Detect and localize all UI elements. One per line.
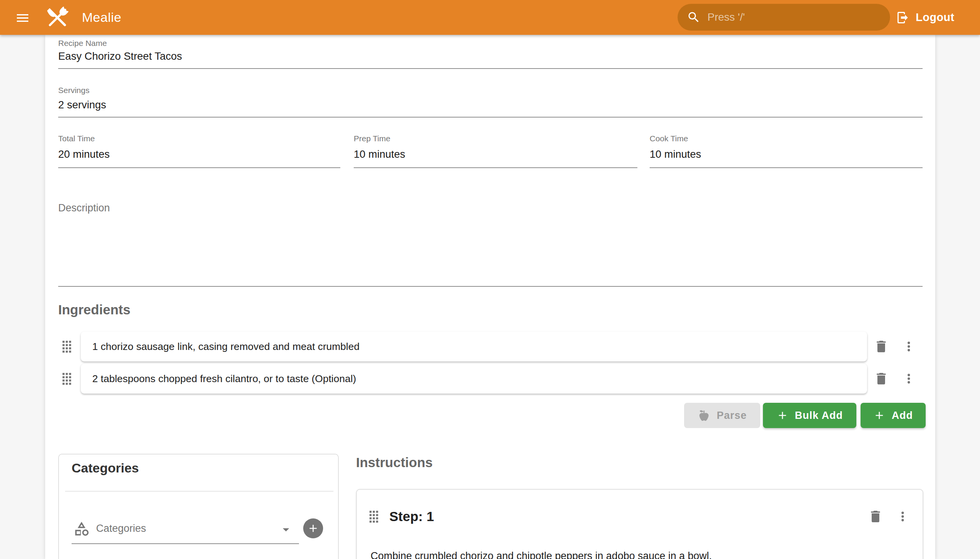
ingredient-input[interactable]: 2 tablespoons chopped fresh cilantro, or… (81, 364, 867, 394)
search-placeholder: Press '/' (707, 11, 745, 23)
add-button-label: Add (892, 410, 912, 422)
drag-handle-icon[interactable] (62, 341, 71, 352)
plus-icon (776, 409, 788, 422)
step-title: Step: 1 (389, 509, 434, 524)
apple-icon (697, 409, 711, 422)
servings-input[interactable]: 2 servings (58, 99, 922, 111)
drag-handle-icon[interactable] (62, 373, 71, 385)
app-header: Mealie Press '/' Logout (0, 0, 980, 35)
hamburger-menu-button[interactable] (14, 9, 31, 27)
prep-time-underline (354, 167, 637, 168)
servings-label: Servings (58, 86, 89, 95)
step-text-input[interactable]: Combine crumbled chorizo and chipotle pe… (370, 550, 910, 559)
categories-select-underline (71, 543, 299, 544)
shapes-icon (73, 520, 90, 537)
categories-divider (65, 491, 334, 491)
ingredient-input[interactable]: 1 chorizo sausage link, casing removed a… (81, 332, 867, 361)
instruction-step-card: Step: 1 Combine crumbled chorizo and chi… (356, 489, 923, 559)
description-label: Description (58, 200, 922, 214)
bulk-add-button[interactable]: Bulk Add (763, 403, 856, 428)
recipe-name-label: Recipe Name (58, 39, 107, 48)
parse-button[interactable]: Parse (684, 403, 760, 428)
total-time-label: Total Time (58, 134, 95, 143)
delete-ingredient-button[interactable] (872, 369, 891, 388)
fork-knife-logo-icon (44, 3, 71, 32)
trash-icon (874, 371, 889, 386)
logout-icon (896, 11, 910, 25)
categories-card: Categories Categories (58, 454, 339, 559)
recipe-editor-card: Recipe Name Easy Chorizo Street Tacos Se… (45, 35, 935, 559)
app-title: Mealie (82, 10, 121, 25)
trash-icon (868, 509, 883, 524)
add-ingredient-button[interactable]: Add (861, 403, 925, 428)
search-icon (687, 10, 701, 24)
delete-ingredient-button[interactable] (872, 337, 891, 356)
ingredient-menu-button[interactable] (900, 369, 918, 388)
plus-icon (873, 409, 886, 422)
hamburger-menu-icon (15, 10, 30, 26)
total-time-input[interactable]: 20 minutes (58, 148, 340, 160)
instructions-heading: Instructions (356, 455, 433, 470)
bulk-add-button-label: Bulk Add (795, 410, 843, 422)
add-category-button[interactable] (303, 518, 323, 538)
total-time-underline (58, 167, 340, 168)
ingredient-menu-button[interactable] (900, 337, 918, 356)
kebab-menu-icon (902, 371, 916, 386)
plus-icon (307, 522, 319, 534)
categories-heading: Categories (71, 461, 139, 476)
ingredients-heading: Ingredients (58, 302, 131, 318)
trash-icon (874, 339, 889, 354)
recipe-name-underline (58, 68, 922, 69)
prep-time-label: Prep Time (354, 134, 390, 143)
servings-underline (58, 117, 922, 117)
drag-handle-icon[interactable] (369, 511, 378, 523)
description-underline (58, 286, 922, 287)
chevron-down-icon (278, 522, 294, 537)
logout-label: Logout (916, 11, 954, 24)
search-input[interactable]: Press '/' (678, 4, 890, 31)
delete-step-button[interactable] (866, 507, 885, 526)
cook-time-underline (649, 167, 922, 168)
description-textarea[interactable]: Description (58, 200, 922, 287)
kebab-menu-icon (896, 509, 910, 524)
cook-time-input[interactable]: 10 minutes (649, 148, 922, 160)
recipe-name-input[interactable]: Easy Chorizo Street Tacos (58, 50, 922, 63)
prep-time-input[interactable]: 10 minutes (354, 148, 637, 160)
cook-time-label: Cook Time (649, 134, 688, 143)
parse-button-label: Parse (717, 410, 747, 422)
logout-button[interactable]: Logout (896, 0, 954, 35)
categories-select[interactable]: Categories (71, 512, 299, 544)
kebab-menu-icon (902, 339, 916, 354)
categories-select-label: Categories (96, 523, 146, 534)
step-menu-button[interactable] (894, 507, 912, 526)
